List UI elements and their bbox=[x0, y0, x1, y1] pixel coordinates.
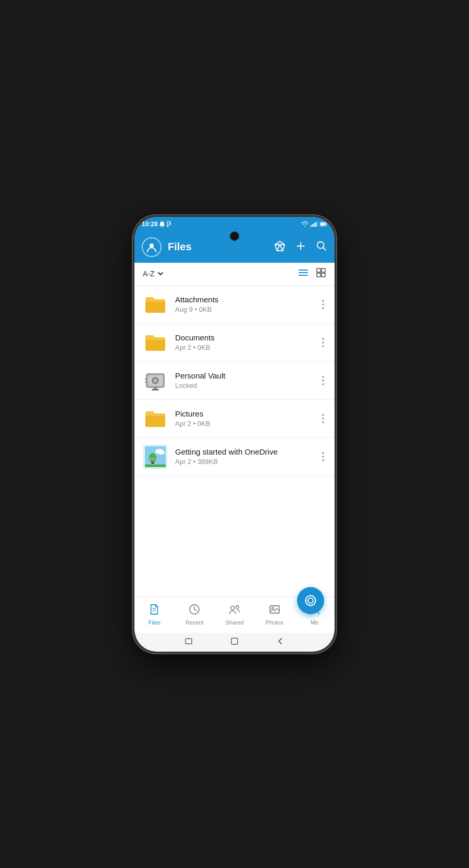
svg-rect-38 bbox=[145, 464, 166, 467]
diamond-icon bbox=[274, 240, 286, 252]
svg-rect-22 bbox=[322, 273, 325, 277]
page-title: Files bbox=[168, 241, 274, 253]
file-name: Documents bbox=[175, 333, 320, 342]
list-item[interactable]: Attachments Aug 9 • 0KB bbox=[134, 286, 335, 324]
svg-rect-2 bbox=[314, 223, 315, 227]
more-options-button[interactable] bbox=[320, 450, 326, 463]
nav-recent[interactable]: Recent bbox=[175, 600, 215, 630]
svg-point-39 bbox=[308, 598, 313, 603]
svg-point-49 bbox=[231, 606, 234, 610]
more-options-button[interactable] bbox=[320, 336, 326, 349]
shared-icon bbox=[229, 604, 240, 615]
more-options-button[interactable] bbox=[320, 374, 326, 387]
folder-documents-icon bbox=[143, 333, 167, 352]
svg-line-15 bbox=[323, 248, 326, 250]
avatar[interactable] bbox=[142, 237, 162, 257]
svg-rect-56 bbox=[231, 638, 238, 644]
recent-nav-icon bbox=[189, 604, 200, 617]
person-icon bbox=[146, 241, 157, 253]
more-options-button[interactable] bbox=[320, 412, 326, 425]
svg-rect-20 bbox=[322, 268, 325, 272]
file-meta: Apr 2 • 0KB bbox=[175, 420, 320, 427]
view-toggle bbox=[298, 267, 326, 280]
svg-rect-21 bbox=[317, 273, 320, 277]
svg-point-52 bbox=[271, 607, 274, 609]
svg-rect-37 bbox=[151, 462, 154, 464]
phone-frame: 10:28 Files bbox=[133, 215, 336, 653]
folder-attachments-icon bbox=[143, 295, 167, 314]
files-icon bbox=[149, 604, 160, 615]
file-name: Getting started with OneDrive bbox=[175, 447, 320, 456]
search-button[interactable] bbox=[316, 240, 327, 254]
add-button[interactable] bbox=[295, 240, 306, 254]
flag-icon bbox=[166, 221, 171, 227]
list-item[interactable]: Getting started with OneDrive Apr 2 • 38… bbox=[134, 438, 335, 476]
nav-photos[interactable]: Photos bbox=[254, 600, 294, 630]
svg-rect-54 bbox=[186, 639, 192, 644]
system-nav bbox=[134, 633, 335, 652]
home-button[interactable] bbox=[230, 637, 239, 647]
list-view-button[interactable] bbox=[298, 267, 308, 280]
premium-button[interactable] bbox=[274, 240, 286, 254]
shared-nav-icon bbox=[229, 604, 240, 617]
files-nav-icon bbox=[149, 604, 160, 617]
photos-icon bbox=[269, 604, 280, 615]
more-options-button[interactable] bbox=[320, 298, 326, 311]
signal-icon bbox=[311, 221, 318, 228]
status-time: 10:28 bbox=[142, 221, 158, 228]
list-item[interactable]: Personal Vault Locked bbox=[134, 362, 335, 400]
svg-point-33 bbox=[158, 450, 165, 455]
files-nav-label: Files bbox=[149, 619, 161, 626]
nav-files[interactable]: Files bbox=[134, 600, 175, 630]
shared-nav-label: Shared bbox=[225, 619, 243, 626]
file-meta: Locked bbox=[175, 382, 320, 389]
svg-rect-28 bbox=[152, 389, 159, 390]
file-thumbnail bbox=[143, 444, 168, 469]
file-name: Personal Vault bbox=[175, 371, 320, 380]
folder-icon bbox=[143, 330, 168, 355]
recents-button[interactable] bbox=[184, 637, 193, 647]
list-item[interactable]: Documents Apr 2 • 0KB bbox=[134, 324, 335, 362]
file-name: Attachments bbox=[175, 295, 320, 304]
svg-line-10 bbox=[277, 244, 280, 251]
onedrive-thumbnail bbox=[143, 445, 167, 469]
svg-point-41 bbox=[307, 600, 308, 601]
status-icons bbox=[301, 221, 327, 228]
svg-rect-1 bbox=[312, 224, 313, 227]
svg-rect-19 bbox=[317, 268, 320, 272]
grid-view-button[interactable] bbox=[316, 267, 326, 280]
grid-view-icon bbox=[316, 267, 326, 278]
sort-label[interactable]: A-Z bbox=[143, 270, 164, 278]
sort-text: A-Z bbox=[143, 270, 155, 278]
svg-point-26 bbox=[154, 379, 157, 382]
file-list: Attachments Aug 9 • 0KB Documents A bbox=[134, 286, 335, 596]
file-info: Pictures Apr 2 • 0KB bbox=[175, 409, 320, 427]
svg-rect-0 bbox=[311, 225, 312, 227]
svg-point-34 bbox=[149, 453, 156, 462]
file-info: Getting started with OneDrive Apr 2 • 38… bbox=[175, 447, 320, 466]
list-view-icon bbox=[298, 267, 308, 278]
back-button[interactable] bbox=[276, 637, 285, 647]
vault-icon bbox=[143, 368, 168, 393]
home-circle-icon bbox=[230, 637, 239, 645]
me-nav-label: Me bbox=[311, 619, 318, 626]
folder-pictures-icon bbox=[143, 409, 167, 429]
file-meta: Apr 2 • 0KB bbox=[175, 344, 320, 351]
status-bar: 10:28 bbox=[134, 217, 335, 231]
svg-marker-8 bbox=[275, 241, 285, 250]
recent-icon bbox=[189, 604, 200, 615]
header-actions bbox=[274, 240, 327, 254]
camera-icon bbox=[304, 594, 317, 607]
list-item[interactable]: Pictures Apr 2 • 0KB bbox=[134, 400, 335, 438]
notification-icon bbox=[159, 221, 165, 227]
photos-nav-icon bbox=[269, 604, 280, 617]
recents-icon bbox=[184, 637, 193, 645]
svg-rect-3 bbox=[315, 222, 316, 227]
personal-vault-icon bbox=[143, 369, 167, 393]
nav-shared[interactable]: Shared bbox=[215, 600, 255, 630]
svg-line-11 bbox=[280, 244, 283, 251]
fab-camera-button[interactable] bbox=[297, 587, 324, 614]
onedrive-file-preview bbox=[145, 446, 166, 467]
svg-rect-6 bbox=[320, 223, 325, 225]
phone-screen: 10:28 Files bbox=[134, 217, 335, 652]
